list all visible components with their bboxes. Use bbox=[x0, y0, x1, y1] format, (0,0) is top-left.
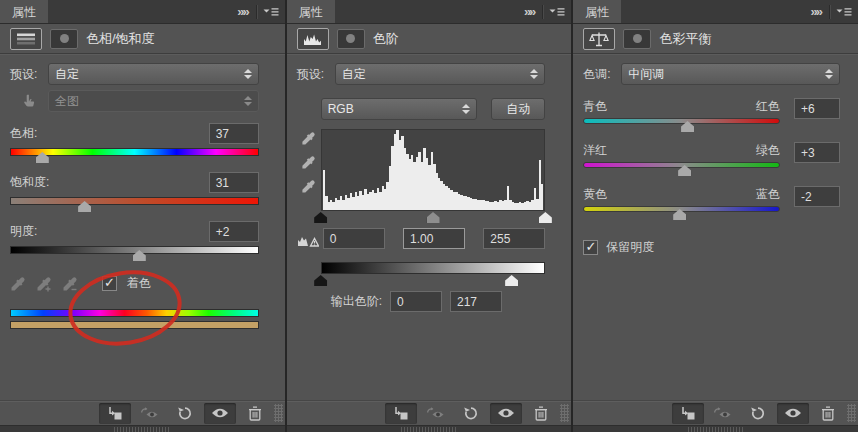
tone-label: 色调: bbox=[583, 66, 621, 83]
hue-slider-track[interactable] bbox=[10, 148, 259, 156]
panel-toolbar bbox=[573, 400, 858, 425]
spinner-arrows-icon bbox=[456, 104, 470, 114]
clip-to-layer-icon bbox=[393, 405, 409, 421]
preset-row: 预设: 自定 bbox=[297, 63, 546, 85]
clip-to-layer-button[interactable] bbox=[385, 403, 417, 424]
view-previous-state-icon bbox=[713, 406, 733, 420]
delete-adjustment-button[interactable] bbox=[525, 403, 557, 424]
panel-menu-icon[interactable] bbox=[263, 7, 279, 17]
saturation-value-field[interactable]: 31 bbox=[209, 172, 259, 193]
panel-title: 色阶 bbox=[373, 30, 399, 48]
output-white-field[interactable]: 217 bbox=[450, 291, 502, 312]
clip-to-layer-icon bbox=[680, 405, 696, 421]
magenta-green-value-field[interactable]: +3 bbox=[794, 142, 840, 163]
eyedropper-plus-icon bbox=[36, 276, 52, 292]
tone-dropdown[interactable]: 中间调 bbox=[621, 63, 840, 85]
preserve-luminosity-checkbox[interactable] bbox=[583, 240, 598, 255]
spinner-arrows-icon bbox=[238, 96, 252, 106]
tab-properties[interactable]: 属性 bbox=[573, 0, 621, 23]
yellow-blue-slider[interactable] bbox=[583, 205, 780, 221]
cyan-red-slider[interactable] bbox=[583, 117, 780, 133]
preset-dropdown[interactable]: 自定 bbox=[48, 63, 259, 85]
view-previous-state-button[interactable] bbox=[134, 403, 166, 424]
divider bbox=[256, 5, 257, 19]
panel-title: 色相/饱和度 bbox=[86, 30, 155, 48]
visibility-button[interactable] bbox=[490, 403, 522, 424]
input-white-field[interactable]: 255 bbox=[483, 228, 545, 249]
panel-resize-grip[interactable] bbox=[847, 404, 856, 422]
reset-button[interactable] bbox=[455, 403, 487, 424]
color-balance-adjustment-icon[interactable] bbox=[583, 28, 615, 50]
saturation-slider[interactable] bbox=[10, 196, 259, 214]
input-gamma-field[interactable]: 1.00 bbox=[403, 228, 465, 249]
magenta-green-slider[interactable] bbox=[583, 161, 780, 177]
preset-dropdown[interactable]: 自定 bbox=[335, 63, 546, 85]
layer-mask-icon[interactable] bbox=[50, 29, 78, 49]
saturation-slider-track[interactable] bbox=[10, 197, 259, 205]
panel-menu-icon[interactable] bbox=[836, 7, 852, 17]
white-point-eyedropper-icon[interactable] bbox=[297, 179, 321, 194]
cyan-red-track[interactable] bbox=[583, 118, 780, 124]
yellow-blue-value-field[interactable]: -2 bbox=[794, 186, 840, 207]
panel-menu-icon[interactable] bbox=[549, 7, 565, 17]
hue-slider[interactable] bbox=[10, 147, 259, 165]
collapse-panels-icon[interactable]: »» bbox=[809, 4, 823, 19]
panel-toolbar bbox=[287, 400, 572, 425]
collapse-panels-icon[interactable]: »» bbox=[235, 4, 249, 19]
panel-drag-grip[interactable] bbox=[688, 427, 744, 432]
hue-saturation-adjustment-icon[interactable] bbox=[10, 28, 42, 50]
channel-row: 全图 bbox=[10, 90, 259, 112]
collapse-panels-icon[interactable]: »» bbox=[522, 4, 536, 19]
panel-drag-grip[interactable] bbox=[401, 427, 457, 432]
panel-drag-grip[interactable] bbox=[114, 427, 170, 432]
tab-properties[interactable]: 属性 bbox=[0, 0, 48, 23]
tab-properties[interactable]: 属性 bbox=[287, 0, 335, 23]
layer-mask-icon[interactable] bbox=[337, 29, 365, 49]
delete-adjustment-button[interactable] bbox=[239, 403, 271, 424]
targeted-adjustment-hand-icon bbox=[10, 93, 48, 109]
lightness-value-field[interactable]: +2 bbox=[209, 221, 259, 242]
trash-icon bbox=[534, 405, 548, 421]
histogram-region bbox=[297, 129, 546, 211]
visibility-button[interactable] bbox=[777, 403, 809, 424]
output-levels-slider[interactable] bbox=[321, 274, 546, 287]
reset-button[interactable] bbox=[169, 403, 201, 424]
clip-to-layer-button[interactable] bbox=[99, 403, 131, 424]
clip-to-layer-button[interactable] bbox=[672, 403, 704, 424]
input-white-handle[interactable] bbox=[539, 212, 552, 223]
output-black-field[interactable]: 0 bbox=[390, 291, 442, 312]
input-black-field[interactable]: 0 bbox=[323, 228, 385, 249]
reset-button[interactable] bbox=[742, 403, 774, 424]
uncached-histogram-warning-icon[interactable] bbox=[297, 231, 319, 247]
levels-adjustment-icon[interactable] bbox=[297, 28, 329, 50]
eyedropper-icon bbox=[10, 276, 26, 292]
input-black-handle[interactable] bbox=[314, 212, 327, 223]
layer-mask-icon[interactable] bbox=[623, 29, 651, 49]
view-previous-state-button[interactable] bbox=[420, 403, 452, 424]
cyan-red-value-field[interactable]: +6 bbox=[794, 98, 840, 119]
preset-row: 预设: 自定 bbox=[10, 63, 259, 85]
delete-adjustment-button[interactable] bbox=[812, 403, 844, 424]
colorize-checkbox[interactable] bbox=[102, 276, 117, 291]
panel-resize-grip[interactable] bbox=[274, 404, 283, 422]
output-white-handle[interactable] bbox=[505, 275, 518, 286]
output-levels-row: 输出色阶: 0 217 bbox=[331, 291, 546, 312]
output-black-handle[interactable] bbox=[314, 275, 327, 286]
input-gamma-handle[interactable] bbox=[427, 212, 440, 223]
panel-resize-grip[interactable] bbox=[560, 404, 569, 422]
black-point-eyedropper-icon[interactable] bbox=[297, 131, 321, 146]
lightness-slider[interactable] bbox=[10, 245, 259, 263]
lightness-slider-track[interactable] bbox=[10, 246, 259, 254]
channel-dropdown[interactable]: RGB bbox=[321, 98, 478, 120]
color-balance-panel: 属性 »» 色彩平衡 色调: 中间调 bbox=[573, 0, 858, 432]
eyedropper-minus-icon bbox=[62, 276, 78, 292]
gray-point-eyedropper-icon[interactable] bbox=[297, 155, 321, 170]
panel-header: 色相/饱和度 bbox=[0, 24, 285, 54]
magenta-green-track[interactable] bbox=[583, 162, 780, 168]
visibility-button[interactable] bbox=[204, 403, 236, 424]
visibility-eye-icon bbox=[784, 407, 802, 419]
view-previous-state-button[interactable] bbox=[707, 403, 739, 424]
hue-value-field[interactable]: 37 bbox=[209, 123, 259, 144]
input-levels-slider[interactable] bbox=[321, 211, 546, 224]
auto-button[interactable]: 自动 bbox=[491, 98, 545, 120]
